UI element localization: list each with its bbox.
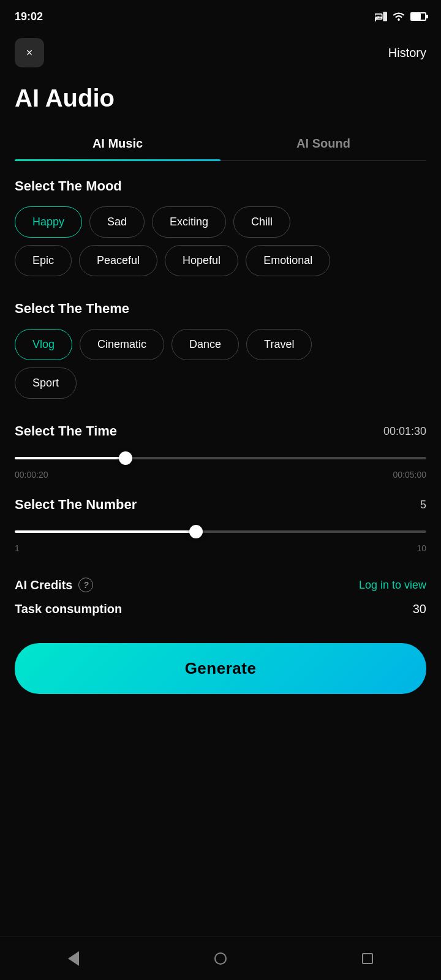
task-label: Task consumption <box>15 602 122 616</box>
theme-chips-row1: Vlog Cinematic Dance Travel <box>15 329 426 360</box>
svg-rect-2 <box>383 12 387 21</box>
time-slider-header: Select The Time 00:01:30 <box>15 423 426 439</box>
history-button[interactable]: History <box>388 46 426 60</box>
svg-point-3 <box>398 19 400 21</box>
number-max-label: 10 <box>417 543 426 553</box>
credits-section: AI Credits ? Log in to view Task consump… <box>0 553 441 628</box>
number-section-title: Select The Number <box>15 497 137 513</box>
back-triangle <box>68 951 79 966</box>
theme-section: Select The Theme Vlog Cinematic Dance Tr… <box>0 284 441 399</box>
tab-ai-sound[interactable]: AI Sound <box>221 127 426 160</box>
time-current-value: 00:01:30 <box>383 425 426 438</box>
mood-chip-peaceful[interactable]: Peaceful <box>79 245 157 276</box>
back-nav-icon[interactable] <box>59 944 88 973</box>
number-slider-header: Select The Number 5 <box>15 497 426 513</box>
home-nav-icon[interactable] <box>206 944 235 973</box>
theme-chip-dance[interactable]: Dance <box>172 329 239 360</box>
bottom-nav <box>0 936 441 980</box>
tabs-container: AI Music AI Sound <box>15 127 426 161</box>
header: × History <box>0 31 441 75</box>
credits-label: AI Credits ? <box>15 578 93 592</box>
theme-chip-sport[interactable]: Sport <box>15 368 77 399</box>
generate-section: Generate <box>0 628 441 694</box>
theme-chip-vlog[interactable]: Vlog <box>15 329 72 360</box>
mood-chip-happy[interactable]: Happy <box>15 206 82 238</box>
number-slider-range: 1 10 <box>15 543 426 553</box>
close-button[interactable]: × <box>15 38 44 67</box>
battery-icon <box>410 12 426 21</box>
status-time: 19:02 <box>15 10 43 23</box>
mood-chip-hopeful[interactable]: Hopeful <box>165 245 238 276</box>
theme-chip-travel[interactable]: Travel <box>246 329 312 360</box>
ai-credits-text: AI Credits <box>15 578 72 592</box>
theme-chip-cinematic[interactable]: Cinematic <box>80 329 164 360</box>
generate-button[interactable]: Generate <box>15 643 426 694</box>
status-bar: 19:02 <box>0 0 441 31</box>
time-slider-range: 00:00:20 00:05:00 <box>15 470 426 480</box>
mood-chip-epic[interactable]: Epic <box>15 245 72 276</box>
number-section: Select The Number 5 1 10 <box>0 480 441 553</box>
home-circle <box>214 952 227 965</box>
login-link[interactable]: Log in to view <box>359 579 426 592</box>
tab-ai-music[interactable]: AI Music <box>15 127 221 160</box>
number-slider[interactable] <box>15 525 426 538</box>
theme-section-title: Select The Theme <box>15 301 426 317</box>
task-row: Task consumption 30 <box>15 602 426 616</box>
mood-chip-chill[interactable]: Chill <box>233 206 290 238</box>
number-current-value: 5 <box>420 499 426 511</box>
status-icons <box>375 12 426 21</box>
time-section: Select The Time 00:01:30 00:00:20 00:05:… <box>0 406 441 480</box>
time-section-title: Select The Time <box>15 423 117 439</box>
mood-section-title: Select The Mood <box>15 178 426 194</box>
task-value: 30 <box>413 602 426 616</box>
time-max-label: 00:05:00 <box>393 470 427 480</box>
credits-row: AI Credits ? Log in to view <box>15 578 426 592</box>
page-title: AI Audio <box>0 75 441 127</box>
help-icon[interactable]: ? <box>78 578 93 592</box>
time-slider[interactable] <box>15 451 426 465</box>
number-min-label: 1 <box>15 543 20 553</box>
mood-chips-row1: Happy Sad Exciting Chill <box>15 206 426 238</box>
theme-chips-row2: Sport <box>15 368 426 399</box>
cast-icon <box>375 12 387 21</box>
time-min-label: 00:00:20 <box>15 470 48 480</box>
wifi-icon <box>392 12 405 21</box>
mood-chips-row2: Epic Peaceful Hopeful Emotional <box>15 245 426 276</box>
mood-chip-emotional[interactable]: Emotional <box>246 245 330 276</box>
mood-chip-sad[interactable]: Sad <box>89 206 145 238</box>
recent-nav-icon[interactable] <box>353 944 382 973</box>
mood-chip-exciting[interactable]: Exciting <box>152 206 226 238</box>
recent-square <box>362 953 373 964</box>
mood-section: Select The Mood Happy Sad Exciting Chill… <box>0 161 441 276</box>
